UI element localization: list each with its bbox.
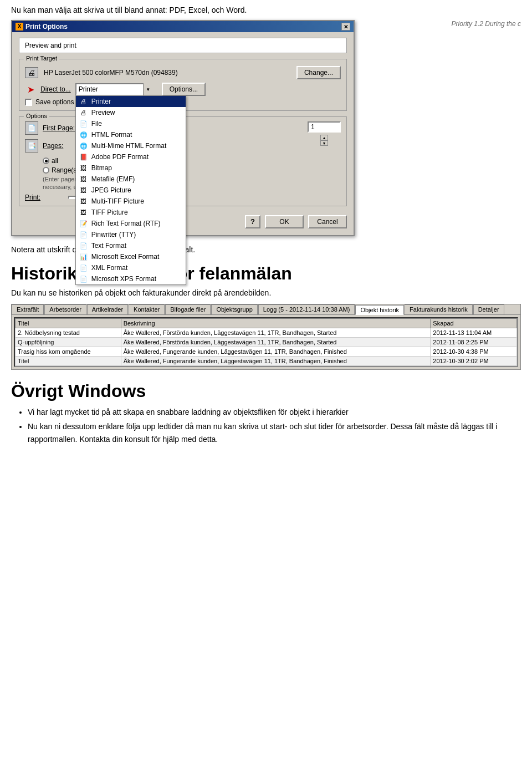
printer-menu-icon: 🖨 bbox=[79, 97, 88, 106]
menu-item-tiff[interactable]: 🖼 TIFF Picture bbox=[76, 207, 186, 218]
tab-kontakter[interactable]: Kontakter bbox=[129, 304, 165, 314]
list-item: Vi har lagt mycket tid på att skapa en s… bbox=[28, 406, 521, 418]
menu-item-preview[interactable]: 🖨 Preview bbox=[76, 107, 186, 118]
cell-title: Trasig hiss kom omgående bbox=[16, 347, 121, 356]
print-target-group: Print Target 🖨 HP LaserJet 500 colorMFP … bbox=[19, 59, 347, 111]
menu-item-label: HTML Format bbox=[91, 131, 132, 139]
menu-item-html[interactable]: 🌐 HTML Format bbox=[76, 129, 186, 140]
spin-control[interactable]: ▲ ▼ bbox=[320, 135, 328, 146]
history-table-container: Extrafält Arbetsorder Artikelrader Konta… bbox=[11, 304, 521, 370]
radio-all[interactable] bbox=[43, 157, 49, 164]
menu-item-emf[interactable]: 🖼 Metafile (EMF) bbox=[76, 174, 186, 185]
titlebar-left: X Print Options bbox=[16, 23, 68, 30]
dialog-title-icon: X bbox=[16, 23, 23, 30]
menu-item-label: Bitmap bbox=[91, 164, 112, 172]
printer-dropdown-wrapper[interactable]: Printer ▼ 🖨 Printer 🖨 bbox=[75, 83, 153, 95]
tab-extrafalt[interactable]: Extrafält bbox=[12, 304, 44, 314]
menu-item-label: JPEG Picture bbox=[91, 186, 131, 194]
menu-item-bitmap[interactable]: 🖼 Bitmap bbox=[76, 162, 186, 174]
cell-desc: Åke Wallered, Förstörda kunden, Läggesta… bbox=[121, 328, 431, 337]
menu-item-label: Multi-TIFF Picture bbox=[91, 197, 144, 205]
direct-to-label: Direct to... bbox=[40, 85, 71, 93]
dialog-close-button[interactable]: ✕ bbox=[341, 23, 350, 30]
options-right: ▲ ▼ bbox=[308, 121, 341, 201]
options-button[interactable]: Options... bbox=[162, 83, 206, 96]
cell-desc: Åke Wallered, Fungerande kunden, Läggest… bbox=[121, 347, 431, 356]
tab-detaljer[interactable]: Detaljer bbox=[473, 304, 504, 314]
menu-item-multimime[interactable]: 🌐 Multi-Mime HTML Format bbox=[76, 140, 186, 151]
menu-item-rtf[interactable]: 📝 Rich Text Format (RTF) bbox=[76, 218, 186, 229]
change-button[interactable]: Change... bbox=[296, 66, 341, 79]
tab-bifogade[interactable]: Bifogade filer bbox=[165, 304, 211, 314]
tab-artikelrader[interactable]: Artikelrader bbox=[87, 304, 128, 314]
tab-faktura-historik[interactable]: Fakturakunds historik bbox=[405, 304, 473, 314]
cell-date: 2012-10-30 4:38 PM bbox=[431, 347, 517, 356]
menu-item-printer[interactable]: 🖨 Printer bbox=[76, 96, 186, 107]
preview-section: Preview and print bbox=[19, 38, 347, 53]
dialog-container: Priority 1.2 During the c X Print Option… bbox=[11, 20, 521, 236]
table-wrapper: Titel Beskrivning Skapad 2. Nödbelysning… bbox=[14, 317, 518, 367]
tab-objekt-historik[interactable]: Objekt historik bbox=[355, 305, 404, 315]
menu-item-label: Multi-Mime HTML Format bbox=[91, 142, 167, 150]
menu-item-tty[interactable]: 📄 Pinwriter (TTY) bbox=[76, 229, 186, 240]
radio-range[interactable] bbox=[43, 167, 49, 174]
history-table: Titel Beskrivning Skapad 2. Nödbelysning… bbox=[15, 318, 517, 366]
menu-item-label: Text Format bbox=[91, 242, 126, 250]
print-target-label: Print Target bbox=[24, 55, 59, 62]
file-menu-icon: 📄 bbox=[79, 119, 88, 128]
menu-item-excel[interactable]: 📊 Microsoft Excel Format bbox=[76, 251, 186, 262]
list-item: Nu kan ni dessutom enklare följa upp led… bbox=[28, 420, 521, 445]
cell-date: 2012-11-13 11:04 AM bbox=[431, 328, 517, 337]
tabs-bar: Extrafält Arbetsorder Artikelrader Konta… bbox=[12, 304, 520, 315]
spin-up-button[interactable]: ▲ bbox=[320, 135, 328, 140]
direct-to-row: ➤ Direct to... Printer ▼ 🖨 bbox=[25, 83, 341, 96]
dropdown-menu[interactable]: 🖨 Printer 🖨 Preview 📄 File bbox=[75, 95, 186, 285]
spin-input[interactable] bbox=[308, 121, 341, 133]
cell-desc: Åke Wallered, Förstörda kunden, Läggesta… bbox=[121, 337, 431, 347]
cancel-button[interactable]: Cancel bbox=[308, 215, 347, 228]
menu-item-xps[interactable]: 📄 Microsoft XPS Format bbox=[76, 273, 186, 284]
table-row: 2. Nödbelysning testad Åke Wallered, För… bbox=[16, 328, 517, 337]
pdf-menu-icon: 📕 bbox=[79, 152, 88, 161]
menu-item-label: Rich Text Format (RTF) bbox=[91, 220, 161, 227]
printer-name-text: HP LaserJet 500 colorMFP M570dn (094839) bbox=[44, 69, 291, 77]
page-content: Nu kan man välja att skriva ut till blan… bbox=[0, 0, 532, 459]
tab-logg[interactable]: Logg (5 - 2012-11-14 10:38 AM) bbox=[258, 304, 355, 314]
table-row: Q-uppföljning Åke Wallered, Förstörda ku… bbox=[16, 337, 517, 347]
printer-icon: 🖨 bbox=[25, 67, 38, 78]
first-page-icon: 📄 bbox=[25, 121, 38, 135]
printer-dropdown[interactable]: Printer ▼ bbox=[75, 83, 153, 95]
spin-down-button[interactable]: ▼ bbox=[320, 140, 328, 146]
menu-item-label: Adobe PDF Format bbox=[91, 153, 149, 161]
emf-menu-icon: 🖼 bbox=[79, 175, 88, 184]
help-button[interactable]: ? bbox=[245, 215, 260, 228]
multimime-menu-icon: 🌐 bbox=[79, 141, 88, 150]
jpeg-menu-icon: 🖼 bbox=[79, 186, 88, 195]
cell-title: Titel bbox=[16, 356, 121, 365]
excel-menu-icon: 📊 bbox=[79, 252, 88, 261]
menu-item-pdf[interactable]: 📕 Adobe PDF Format bbox=[76, 151, 186, 162]
tab-arbetsorder[interactable]: Arbetsorder bbox=[44, 304, 86, 314]
bitmap-menu-icon: 🖼 bbox=[79, 164, 88, 172]
cell-desc: Åke Wallered, Fungerande kunden, Läggest… bbox=[121, 356, 431, 365]
cell-date: 2012-11-08 2:25 PM bbox=[431, 337, 517, 347]
menu-item-text[interactable]: 📄 Text Format bbox=[76, 240, 186, 251]
col-titel: Titel bbox=[16, 318, 121, 328]
save-options-checkbox[interactable] bbox=[25, 99, 32, 106]
menu-item-file[interactable]: 📄 File bbox=[76, 118, 186, 129]
col-beskrivning: Beskrivning bbox=[121, 318, 431, 328]
historik-description: Du kan nu se historiken på objekt och fa… bbox=[11, 288, 521, 297]
dialog-titlebar[interactable]: X Print Options ✕ bbox=[12, 21, 354, 32]
ok-button[interactable]: OK bbox=[265, 215, 304, 228]
background-hint: Priority 1.2 During the c bbox=[452, 20, 521, 28]
dropdown-arrow[interactable]: ▼ bbox=[143, 83, 153, 95]
table-row: Trasig hiss kom omgående Åke Wallered, F… bbox=[16, 347, 517, 356]
menu-item-label: Pinwriter (TTY) bbox=[91, 231, 136, 238]
options-group-label: Options bbox=[24, 113, 49, 119]
tab-objektsgrupp[interactable]: Objektsgrupp bbox=[211, 304, 257, 314]
menu-item-multitiff[interactable]: 🖼 Multi-TIFF Picture bbox=[76, 196, 186, 207]
preview-label: Preview and print bbox=[25, 42, 76, 49]
menu-item-label: XML Format bbox=[91, 264, 128, 272]
menu-item-xml[interactable]: 📄 XML Format bbox=[76, 262, 186, 273]
menu-item-jpeg[interactable]: 🖼 JPEG Picture bbox=[76, 185, 186, 196]
